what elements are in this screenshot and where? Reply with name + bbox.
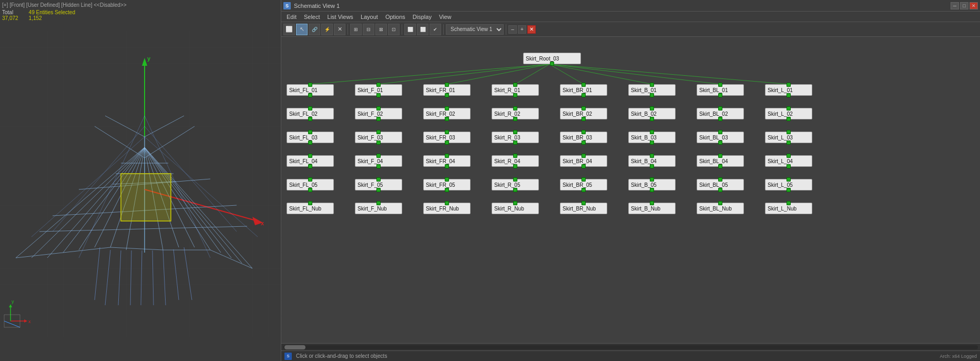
toolbar-btn-collapse[interactable]: ⬜ <box>417 24 428 35</box>
schematic-area[interactable]: Skirt_Root_03 Skirt_FL_01 Skirt_F_01 Ski… <box>281 37 980 343</box>
connector-bottom <box>376 141 381 145</box>
node-skirt-f-02[interactable]: Skirt_F_02 <box>355 108 402 119</box>
connector-bottom <box>445 117 449 121</box>
node-skirt-br-03[interactable]: Skirt_BR_03 <box>560 132 607 143</box>
toolbar-btn-expand[interactable]: ⬜ <box>404 24 416 35</box>
toolbar-btn-check[interactable]: ✔ <box>430 24 441 35</box>
node-skirt-l-04[interactable]: Skirt_L_04 <box>765 155 812 167</box>
node-skirt-f-nub[interactable]: Skirt_F_Nub <box>355 203 402 214</box>
menu-list-views[interactable]: List Views <box>324 13 356 21</box>
toolbar: ⬜ ↖ 🔗 ⚡ ✕ ⊞ ⊟ ⊠ ⊡ ⬜ ⬜ ✔ Schematic View 1… <box>281 22 980 37</box>
connector-bottom <box>376 117 381 121</box>
node-skirt-br-02[interactable]: Skirt_BR_02 <box>560 108 607 119</box>
node-skirt-b-03[interactable]: Skirt_B_03 <box>628 132 676 143</box>
node-skirt-br-04[interactable]: Skirt_BR_04 <box>560 155 607 167</box>
minimize-button[interactable]: ─ <box>951 2 959 9</box>
toolbar-btn-select[interactable]: ↖ <box>296 24 308 35</box>
node-skirt-bl-01[interactable]: Skirt_BL_01 <box>697 84 744 96</box>
toolbar-btn-zoom-close[interactable]: ✕ <box>527 25 536 34</box>
connector-top <box>787 106 791 111</box>
node-skirt-fr-05[interactable]: Skirt_FR_05 <box>423 179 471 190</box>
node-skirt-fl-04[interactable]: Skirt_FL_04 <box>287 155 334 167</box>
view-selector[interactable]: Schematic View 1 <box>446 24 504 35</box>
scrollbar-track[interactable] <box>283 345 978 349</box>
node-skirt-fr-nub[interactable]: Skirt_FR_Nub <box>423 203 471 214</box>
toolbar-btn-unlink[interactable]: ⚡ <box>321 24 333 35</box>
connector-bottom <box>308 141 312 145</box>
node-skirt-r-03[interactable]: Skirt_R_03 <box>492 132 539 143</box>
menu-options[interactable]: Options <box>382 13 409 21</box>
entities-stat: 49 Entities Selected 1,152 <box>29 9 75 21</box>
node-skirt-bl-05[interactable]: Skirt_BL_05 <box>697 179 744 190</box>
node-skirt-f-01[interactable]: Skirt_F_01 <box>355 84 402 96</box>
node-skirt-fr-03[interactable]: Skirt_FR_03 <box>423 132 471 143</box>
horizontal-scrollbar[interactable] <box>281 343 980 350</box>
node-skirt-fl-01[interactable]: Skirt_FL_01 <box>287 84 334 96</box>
svg-text:y: y <box>12 299 14 304</box>
menu-edit[interactable]: Edit <box>283 13 300 21</box>
connector-bottom <box>308 93 312 97</box>
toolbar-btn-link[interactable]: 🔗 <box>309 24 320 35</box>
node-skirt-bl-04[interactable]: Skirt_BL_04 <box>697 155 744 167</box>
node-skirt-fl-02[interactable]: Skirt_FL_02 <box>287 108 334 119</box>
toolbar-btn-distribute[interactable]: ⊡ <box>388 24 400 35</box>
toolbar-btn-select-region[interactable]: ⬜ <box>283 24 295 35</box>
menu-view[interactable]: View <box>436 13 455 21</box>
node-skirt-fl-05[interactable]: Skirt_FL_05 <box>287 179 334 190</box>
connector-top <box>513 106 517 111</box>
connector-bottom <box>376 188 381 192</box>
connector-bottom <box>787 164 791 168</box>
toolbar-btn-delete[interactable]: ✕ <box>334 24 345 35</box>
connector-top <box>650 201 654 205</box>
toolbar-btn-align-left[interactable]: ⊞ <box>350 24 362 35</box>
node-skirt-l-nub[interactable]: Skirt_L_Nub <box>765 203 812 214</box>
connector-top <box>513 154 517 158</box>
toolbar-btn-zoom-out[interactable]: – <box>508 25 517 34</box>
node-skirt-b-04[interactable]: Skirt_B_04 <box>628 155 676 167</box>
close-button[interactable]: ✕ <box>969 2 978 9</box>
node-skirt-r-02[interactable]: Skirt_R_02 <box>492 108 539 119</box>
node-skirt-bl-02[interactable]: Skirt_BL_02 <box>697 108 744 119</box>
node-skirt-r-04[interactable]: Skirt_R_04 <box>492 155 539 167</box>
menu-layout[interactable]: Layout <box>358 13 381 21</box>
node-skirt-l-02[interactable]: Skirt_L_02 <box>765 108 812 119</box>
total-label: Total <box>2 9 18 15</box>
toolbar-btn-zoom-in[interactable]: + <box>518 25 526 34</box>
connector-top <box>445 201 449 205</box>
node-skirt-r-nub[interactable]: Skirt_R_Nub <box>492 203 539 214</box>
node-skirt-fr-04[interactable]: Skirt_FR_04 <box>423 155 471 167</box>
node-skirt-r-05[interactable]: Skirt_R_05 <box>492 179 539 190</box>
menu-select[interactable]: Select <box>301 13 323 21</box>
node-skirt-fl-nub[interactable]: Skirt_FL_Nub <box>287 203 334 214</box>
node-skirt-f-03[interactable]: Skirt_F_03 <box>355 132 402 143</box>
node-skirt-b-nub[interactable]: Skirt_B_Nub <box>628 203 676 214</box>
connector-bottom <box>718 141 722 145</box>
node-skirt-br-nub[interactable]: Skirt_BR_Nub <box>560 203 607 214</box>
connector-top <box>376 201 381 205</box>
restore-button[interactable]: □ <box>960 2 968 9</box>
node-skirt-b-05[interactable]: Skirt_B_05 <box>628 179 676 190</box>
node-skirt-l-05[interactable]: Skirt_L_05 <box>765 179 812 190</box>
toolbar-btn-arrange[interactable]: ⊠ <box>375 24 387 35</box>
scrollbar-thumb[interactable] <box>284 345 305 349</box>
menu-display[interactable]: Display <box>410 13 435 21</box>
node-skirt-br-05[interactable]: Skirt_BR_05 <box>560 179 607 190</box>
node-skirt-b-02[interactable]: Skirt_B_02 <box>628 108 676 119</box>
node-skirt-fr-01[interactable]: Skirt_FR_01 <box>423 84 471 96</box>
node-skirt-l-03[interactable]: Skirt_L_03 <box>765 132 812 143</box>
connector-top <box>718 201 722 205</box>
node-skirt-bl-nub[interactable]: Skirt_BL_Nub <box>697 203 744 214</box>
node-skirt-fl-03[interactable]: Skirt_FL_03 <box>287 132 334 143</box>
total-value: 37,072 <box>2 15 18 21</box>
node-skirt-bl-03[interactable]: Skirt_BL_03 <box>697 132 744 143</box>
node-skirt-br-01[interactable]: Skirt_BR_01 <box>560 84 607 96</box>
schematic-icon: S <box>283 2 291 9</box>
node-skirt-b-01[interactable]: Skirt_B_01 <box>628 84 676 96</box>
node-skirt-root-03[interactable]: Skirt_Root_03 <box>523 53 581 64</box>
node-skirt-l-01[interactable]: Skirt_L_01 <box>765 84 812 96</box>
toolbar-btn-align-right[interactable]: ⊟ <box>363 24 374 35</box>
node-skirt-f-05[interactable]: Skirt_F_05 <box>355 179 402 190</box>
node-skirt-f-04[interactable]: Skirt_F_04 <box>355 155 402 167</box>
node-skirt-r-01[interactable]: Skirt_R_01 <box>492 84 539 96</box>
node-skirt-fr-02[interactable]: Skirt_FR_02 <box>423 108 471 119</box>
